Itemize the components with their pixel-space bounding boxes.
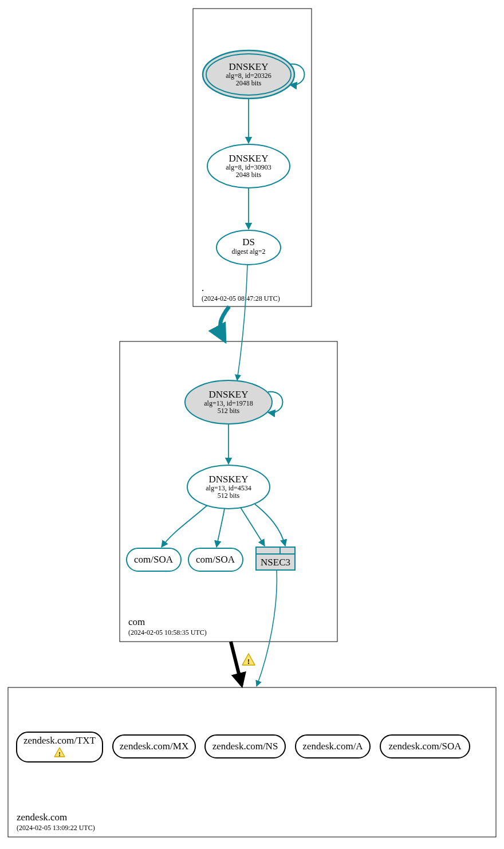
svg-text:512 bits: 512 bits	[218, 492, 240, 500]
svg-text:alg=13, id=4534: alg=13, id=4534	[206, 484, 251, 492]
svg-text:DNSKEY: DNSKEY	[229, 61, 269, 72]
svg-text:alg=8, id=20326: alg=8, id=20326	[226, 72, 271, 80]
edge-comzsk-soa2	[216, 509, 225, 547]
svg-text:DNSKEY: DNSKEY	[209, 389, 249, 400]
svg-text:digest alg=2: digest alg=2	[231, 247, 265, 256]
edge-root-to-com-delegation	[220, 306, 229, 340]
svg-text:alg=8, id=30903: alg=8, id=30903	[226, 163, 271, 171]
zone-zendesk-timestamp: (2024-02-05 13:09:22 UTC)	[17, 824, 95, 832]
node-com-ksk: DNSKEY alg=13, id=19718 512 bits	[185, 380, 272, 424]
edge-nsec3-to-zendesk	[257, 570, 277, 686]
svg-text:alg=13, id=19718: alg=13, id=19718	[204, 399, 253, 407]
svg-text:DNSKEY: DNSKEY	[209, 474, 249, 485]
warning-icon: !	[242, 654, 255, 666]
zone-com-label: com	[128, 616, 145, 627]
zone-root-timestamp: (2024-02-05 08:47:28 UTC)	[202, 294, 280, 302]
svg-text:2048 bits: 2048 bits	[236, 171, 262, 179]
edge-comzsk-nsec3-b	[255, 504, 285, 546]
edge-comzsk-nsec3-a	[241, 508, 265, 546]
svg-text:zendesk.com/MX: zendesk.com/MX	[120, 741, 188, 752]
node-com-soa-1: com/SOA	[127, 548, 181, 571]
edge-comzsk-soa1	[162, 505, 207, 547]
svg-text:NSEC3: NSEC3	[261, 557, 290, 568]
node-zendesk-soa: zendesk.com/SOA	[380, 735, 470, 758]
svg-text:DS: DS	[242, 237, 255, 247]
svg-text:zendesk.com/SOA: zendesk.com/SOA	[388, 741, 462, 752]
svg-text:512 bits: 512 bits	[218, 407, 240, 415]
svg-text:com/SOA: com/SOA	[196, 554, 235, 565]
node-com-nsec3: NSEC3	[256, 547, 295, 570]
svg-text:!: !	[247, 657, 250, 666]
zone-zendesk-label: zendesk.com	[17, 812, 67, 823]
edge-com-to-zendesk-delegation	[231, 642, 242, 685]
node-zendesk-a: zendesk.com/A	[296, 735, 370, 758]
node-com-zsk: DNSKEY alg=13, id=4534 512 bits	[187, 465, 270, 509]
svg-text:2048 bits: 2048 bits	[236, 79, 262, 87]
node-zendesk-ns: zendesk.com/NS	[205, 735, 285, 758]
node-zendesk-txt: zendesk.com/TXT !	[17, 732, 103, 762]
svg-text:zendesk.com/TXT: zendesk.com/TXT	[23, 735, 96, 746]
svg-text:zendesk.com/A: zendesk.com/A	[302, 741, 363, 752]
node-com-soa-2: com/SOA	[188, 548, 243, 571]
svg-text:com/SOA: com/SOA	[134, 554, 174, 565]
node-zendesk-mx: zendesk.com/MX	[113, 735, 195, 758]
node-root-ds: DS digest alg=2	[216, 230, 281, 265]
svg-text:DNSKEY: DNSKEY	[229, 153, 269, 164]
zone-root-label: .	[202, 282, 204, 293]
zone-com-timestamp: (2024-02-05 10:58:35 UTC)	[128, 628, 207, 636]
node-root-ksk: DNSKEY alg=8, id=20326 2048 bits	[203, 50, 294, 99]
node-root-zsk: DNSKEY alg=8, id=30903 2048 bits	[207, 144, 290, 188]
svg-text:zendesk.com/NS: zendesk.com/NS	[212, 741, 278, 752]
svg-text:!: !	[58, 750, 61, 757]
edge-ds-to-comksk	[237, 265, 247, 380]
